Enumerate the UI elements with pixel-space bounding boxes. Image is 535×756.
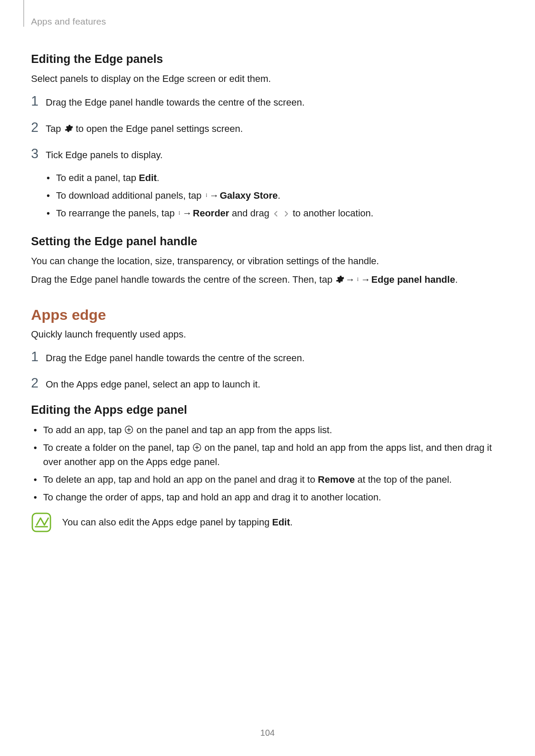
header-rule bbox=[23, 0, 24, 27]
chevron-left-icon bbox=[272, 210, 280, 218]
text: and drag bbox=[229, 208, 272, 219]
bold-reorder: Reorder bbox=[193, 208, 229, 219]
gear-icon bbox=[335, 275, 344, 284]
step-2: 2 Tap to open the Edge panel settings sc… bbox=[31, 121, 504, 136]
text: To download additional panels, tap bbox=[56, 190, 204, 201]
arrow-icon: → bbox=[345, 273, 355, 287]
intro-text: Quickly launch frequently used apps. bbox=[31, 328, 504, 341]
step-number: 1 bbox=[31, 94, 46, 108]
gear-icon bbox=[64, 124, 73, 133]
note-icon bbox=[31, 512, 52, 533]
bold-edit: Edit bbox=[272, 517, 290, 528]
heading-setting-handle: Setting the Edge panel handle bbox=[31, 235, 504, 248]
step-text: Drag the Edge panel handle towards the c… bbox=[46, 94, 504, 109]
bullets-list: To add an app, tap on the panel and tap … bbox=[31, 423, 504, 504]
page: Apps and features Editing the Edge panel… bbox=[0, 0, 535, 756]
bullet-download: To download additional panels, tap → Gal… bbox=[44, 188, 504, 203]
text: . bbox=[290, 517, 293, 528]
note-row: You can also edit the Apps edge panel by… bbox=[31, 512, 504, 533]
bullet-rearrange: To rearrange the panels, tap → Reorder a… bbox=[44, 206, 504, 220]
steps-list: 1 Drag the Edge panel handle towards the… bbox=[31, 94, 504, 162]
breadcrumb: Apps and features bbox=[31, 16, 504, 27]
step-number: 2 bbox=[31, 376, 46, 390]
bullet-edit: To edit a panel, tap Edit. bbox=[44, 171, 504, 185]
more-icon bbox=[356, 275, 360, 284]
bold-edit: Edit bbox=[139, 172, 157, 183]
arrow-icon: → bbox=[210, 188, 219, 203]
step-text: On the Apps edge panel, select an app to… bbox=[46, 376, 504, 391]
heading-apps-edge: Apps edge bbox=[31, 306, 504, 323]
bold-remove: Remove bbox=[318, 474, 355, 485]
more-icon bbox=[204, 191, 209, 200]
chevron-right-icon bbox=[282, 210, 290, 218]
bullet-delete-app: To delete an app, tap and hold an app on… bbox=[31, 472, 504, 487]
step-1: 1 Drag the Edge panel handle towards the… bbox=[31, 350, 504, 365]
text: Drag the Edge panel handle towards the c… bbox=[31, 274, 335, 285]
text: . bbox=[278, 190, 280, 201]
text: to another location. bbox=[290, 208, 373, 219]
paragraph: You can change the location, size, trans… bbox=[31, 254, 504, 268]
paragraph: Drag the Edge panel handle towards the c… bbox=[31, 273, 504, 287]
text: Tap bbox=[46, 123, 64, 134]
arrow-icon: → bbox=[182, 206, 192, 220]
bullet-add-app: To add an app, tap on the panel and tap … bbox=[31, 423, 504, 437]
bullet-create-folder: To create a folder on the panel, tap on … bbox=[31, 440, 504, 469]
text: to open the Edge panel settings screen. bbox=[73, 123, 243, 134]
text: . bbox=[455, 274, 458, 285]
step-1: 1 Drag the Edge panel handle towards the… bbox=[31, 94, 504, 109]
bold-edge-panel-handle: Edge panel handle bbox=[371, 274, 455, 285]
step-number: 2 bbox=[31, 121, 46, 134]
step-text: Tick Edge panels to display. bbox=[46, 147, 504, 162]
intro-text: Select panels to display on the Edge scr… bbox=[31, 72, 504, 86]
text: You can also edit the Apps edge panel by… bbox=[62, 517, 272, 528]
step-text: Tap to open the Edge panel settings scre… bbox=[46, 121, 504, 136]
bullet-reorder-apps: To change the order of apps, tap and hol… bbox=[31, 490, 504, 504]
note-text: You can also edit the Apps edge panel by… bbox=[62, 515, 293, 529]
step-number: 1 bbox=[31, 350, 46, 363]
more-icon bbox=[177, 208, 181, 218]
bold-galaxy-store: Galaxy Store bbox=[220, 190, 278, 201]
text: on the panel and tap an app from the app… bbox=[134, 425, 332, 435]
text: . bbox=[157, 172, 160, 183]
heading-editing-edge-panels: Editing the Edge panels bbox=[31, 53, 504, 66]
step-2: 2 On the Apps edge panel, select an app … bbox=[31, 376, 504, 391]
plus-circle-icon bbox=[124, 425, 134, 434]
step-number: 3 bbox=[31, 147, 46, 160]
heading-editing-apps-edge: Editing the Apps edge panel bbox=[31, 403, 504, 417]
plus-circle-icon bbox=[192, 443, 202, 452]
page-number: 104 bbox=[0, 728, 535, 738]
text: To edit a panel, tap bbox=[56, 172, 139, 183]
steps-list: 1 Drag the Edge panel handle towards the… bbox=[31, 350, 504, 391]
text: To rearrange the panels, tap bbox=[56, 208, 177, 219]
text: To create a folder on the panel, tap bbox=[43, 442, 192, 453]
text: at the top of the panel. bbox=[355, 474, 452, 485]
content: Editing the Edge panels Select panels to… bbox=[31, 53, 504, 533]
arrow-icon: → bbox=[361, 273, 370, 287]
text: To delete an app, tap and hold an app on… bbox=[43, 474, 318, 485]
step-3: 3 Tick Edge panels to display. bbox=[31, 147, 504, 162]
sub-bullets: To edit a panel, tap Edit. To download a… bbox=[44, 171, 504, 220]
text: To add an app, tap bbox=[43, 425, 124, 435]
step-text: Drag the Edge panel handle towards the c… bbox=[46, 350, 504, 365]
